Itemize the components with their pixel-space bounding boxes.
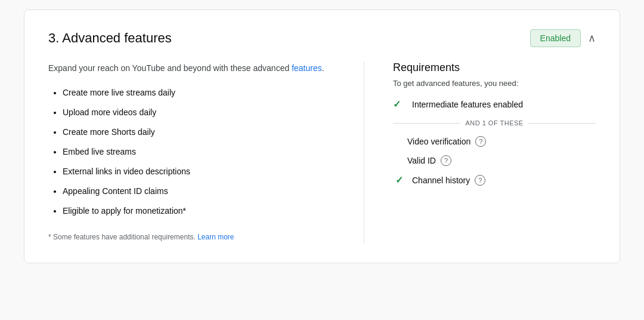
footnote-text: * Some features have additional requirem… — [48, 233, 197, 241]
card-title: 3. Advanced features — [48, 30, 172, 46]
description-suffix: . — [322, 63, 324, 73]
card-body: Expand your reach on YouTube and beyond … — [48, 61, 596, 244]
list-item: Eligible to apply for monetization* — [63, 205, 335, 217]
primary-req-label: Intermediate features enabled — [412, 100, 523, 109]
features-list: Create more live streams daily Upload mo… — [48, 87, 335, 217]
list-item: Embed live streams — [63, 146, 335, 158]
primary-requirement: ✓ Intermediate features enabled — [393, 99, 596, 110]
list-item: Video verification ? — [407, 136, 596, 147]
vertical-divider — [364, 61, 364, 244]
help-icon-2[interactable]: ? — [475, 175, 485, 186]
list-item: Create more live streams daily — [63, 87, 335, 99]
list-item: External links in video descriptions — [63, 165, 335, 178]
or-requirements-list: Video verification ? Valid ID ? — [393, 136, 596, 166]
and-divider: AND 1 OF THESE — [393, 119, 596, 127]
requirements-title: Requirements — [393, 61, 596, 74]
chevron-up-icon[interactable]: ∧ — [588, 32, 596, 45]
channel-history-req: ✓ Channel history ? — [395, 174, 596, 186]
left-section: Expand your reach on YouTube and beyond … — [48, 61, 335, 244]
advanced-features-card: 3. Advanced features Enabled ∧ Expand yo… — [24, 10, 620, 263]
learn-more-link[interactable]: Learn more — [197, 233, 234, 241]
check-icon: ✓ — [393, 99, 405, 110]
check-icon-channel: ✓ — [395, 174, 407, 186]
description: Expand your reach on YouTube and beyond … — [48, 61, 335, 75]
list-item: Appealing Content ID claims — [63, 185, 335, 198]
card-header: 3. Advanced features Enabled ∧ — [48, 29, 596, 47]
help-icon-0[interactable]: ? — [475, 136, 486, 147]
header-right: Enabled ∧ — [530, 29, 596, 47]
or-item-label-2: Channel history — [412, 176, 470, 185]
list-item: Upload more videos daily — [63, 106, 335, 119]
footnote: * Some features have additional requirem… — [48, 232, 335, 243]
list-item: Valid ID ? — [407, 155, 596, 166]
right-section: Requirements To get advanced features, y… — [393, 61, 596, 244]
divider-line-right — [528, 123, 596, 124]
list-item: Create more Shorts daily — [63, 126, 335, 139]
enabled-badge: Enabled — [530, 29, 581, 47]
or-item-label-0: Video verification — [407, 137, 470, 146]
or-item-label-1: Valid ID — [407, 156, 436, 165]
requirements-subtitle: To get advanced features, you need: — [393, 79, 596, 88]
features-link[interactable]: features — [292, 63, 322, 73]
divider-line-left — [393, 123, 460, 124]
help-icon-1[interactable]: ? — [441, 155, 451, 166]
and-divider-text: AND 1 OF THESE — [465, 119, 523, 127]
description-text: Expand your reach on YouTube and beyond … — [48, 63, 292, 73]
